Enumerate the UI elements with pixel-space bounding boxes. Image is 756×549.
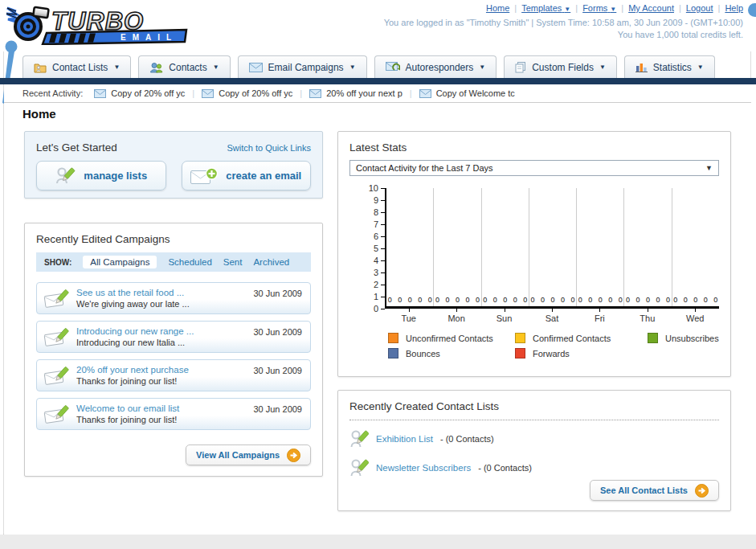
envelope-pencil-icon <box>43 404 69 425</box>
envelope-pencil-icon <box>43 365 69 387</box>
person-pencil-icon <box>55 166 76 186</box>
get-started-panel: Let's Get Started Switch to Quick Links … <box>24 131 323 199</box>
chevron-down-icon: ▼ <box>697 64 704 71</box>
tab-label: Autoresponders <box>406 62 474 73</box>
person-pencil-icon <box>349 428 369 449</box>
campaign-text: 20% off your next purchase Thanks for jo… <box>76 365 189 386</box>
tab-contacts[interactable]: Contacts ▼ <box>138 55 230 78</box>
separator: | <box>679 3 681 13</box>
contact-list-name-link[interactable]: Newsletter Subscribers <box>376 463 471 473</box>
campaign-list-item: See us at the retail food ... We're givi… <box>36 282 311 314</box>
campaign-title-link[interactable]: Introducing our new range ... <box>76 326 194 336</box>
campaign-subtitle: Thanks for joining our list! <box>76 415 179 424</box>
folder-icon <box>34 62 47 73</box>
latest-stats-panel: Latest Stats Contact Activity for the La… <box>337 131 731 377</box>
envelope-icon <box>202 89 214 98</box>
top-utility-nav: Home|Templates ▼|Forms ▼|My Account|Logo… <box>384 3 743 40</box>
main-content: Home Let's Get Started Switch to Quick L… <box>4 103 751 535</box>
legend-label: Unconfirmed Contacts <box>406 334 493 343</box>
stats-period-select[interactable]: Contact Activity for the Last 7 Days ▼ <box>349 160 719 176</box>
envelope-icon <box>249 63 263 72</box>
help-bubble-icon[interactable] <box>748 3 756 17</box>
y-tick: 7 <box>374 219 385 229</box>
y-tick: 3 <box>374 268 385 277</box>
x-tick-label: Fri <box>576 309 623 325</box>
contact-list-name-link[interactable]: Exhibition List <box>376 434 433 444</box>
y-tick: 8 <box>374 207 385 217</box>
envelope-icon <box>419 89 431 98</box>
campaign-title-link[interactable]: 20% off your next purchase <box>76 365 189 375</box>
chart-day-group: 0 0 0 0 0 <box>577 188 624 306</box>
separator: | <box>718 3 721 13</box>
create-email-button[interactable]: create an email <box>182 161 312 191</box>
chart-day-group: 0 0 0 0 0 <box>672 188 719 306</box>
contact-list-detail: - (0 Contacts) <box>478 463 532 473</box>
chart-day-group: 0 0 0 0 0 <box>529 188 577 306</box>
filter-scheduled[interactable]: Scheduled <box>168 257 211 267</box>
nav-forms-link[interactable]: Forms ▼ <box>582 3 616 13</box>
page-title: Home <box>22 107 56 121</box>
nav-home-link[interactable]: Home <box>486 3 509 13</box>
legend-swatch <box>388 348 398 358</box>
chart-value-labels: 0 0 0 0 0 <box>386 296 433 304</box>
chevron-down-icon: ▼ <box>113 64 120 71</box>
separator: | <box>300 88 302 98</box>
tab-statistics[interactable]: Statistics ▼ <box>624 55 715 78</box>
legend-swatch <box>515 333 525 343</box>
filter-archived[interactable]: Archived <box>253 257 289 267</box>
campaign-date: 30 Jun 2009 <box>253 404 302 414</box>
recent-activity-item[interactable]: Copy of 20% off yc <box>202 88 292 98</box>
switch-to-quick-links[interactable]: Switch to Quick Links <box>227 143 311 153</box>
recent-activity-item[interactable]: Copy of 20% off yc <box>94 88 185 98</box>
legend-swatch <box>648 333 658 343</box>
campaign-subtitle: Introducing our new Italia ... <box>76 338 194 347</box>
contact-list-detail: - (0 Contacts) <box>440 434 494 444</box>
recent-activity-item[interactable]: 20% off your next p <box>309 88 403 98</box>
arrow-circle-icon <box>287 449 300 462</box>
manage-lists-button[interactable]: manage lists <box>36 161 166 191</box>
legend-item: Unsubscribes <box>648 333 719 343</box>
tab-autoresponders[interactable]: Autoresponders ▼ <box>374 55 497 78</box>
tab-email-campaigns[interactable]: Email Campaigns ▼ <box>238 55 367 78</box>
campaign-date: 30 Jun 2009 <box>253 289 302 298</box>
see-all-contact-lists-label: See All Contact Lists <box>600 485 688 495</box>
top-nav-links: Home|Templates ▼|Forms ▼|My Account|Logo… <box>384 3 743 14</box>
x-tick-label: Tue <box>385 309 432 325</box>
view-all-campaigns-button[interactable]: View All Campaigns <box>186 445 311 465</box>
filter-sent[interactable]: Sent <box>223 257 243 267</box>
main-nav-tabs: Contact Lists ▼ Contacts ▼ Email Campaig… <box>0 55 756 78</box>
chevron-down-icon: ▼ <box>479 64 485 71</box>
tab-contact-lists[interactable]: Contact Lists ▼ <box>22 55 131 78</box>
recently-created-contact-lists-panel: Recently Created Contact Lists Exhibitio… <box>337 390 731 511</box>
chart-day-group: 0 0 0 0 0 <box>434 188 481 306</box>
chart-value-labels: 0 0 0 0 0 <box>672 296 719 304</box>
credits-info-text: You have 1,000 total credits left. <box>384 30 743 40</box>
filter-all-campaigns[interactable]: All Campaigns <box>83 256 157 268</box>
recent-activity-bar: Recent Activity: Copy of 20% off yc | Co… <box>4 84 751 103</box>
chevron-down-icon: ▼ <box>349 64 356 71</box>
chevron-down-icon: ▼ <box>610 6 616 13</box>
campaign-title-link[interactable]: Welcome to our email list <box>76 404 179 413</box>
chart-value-labels: 0 0 0 0 0 <box>434 296 480 304</box>
nav-logout-link[interactable]: Logout <box>686 3 713 13</box>
bar-chart-icon <box>635 62 648 72</box>
separator: | <box>410 88 412 98</box>
campaign-text: Introducing our new range ... Introducin… <box>76 326 194 347</box>
see-all-contact-lists-button[interactable]: See All Contact Lists <box>590 480 719 501</box>
separator: | <box>575 3 578 13</box>
separator: | <box>621 3 623 13</box>
tab-custom-fields[interactable]: Custom Fields ▼ <box>504 55 617 78</box>
x-tick-label: Wed <box>672 309 719 325</box>
nav-my-account-link[interactable]: My Account <box>628 3 674 13</box>
separator: | <box>192 88 194 98</box>
campaign-title-link[interactable]: See us at the retail food ... <box>76 288 190 297</box>
campaign-filter-bar: SHOW: All Campaigns Scheduled Sent Archi… <box>36 252 311 272</box>
logo-graphic: TURBO EMAIL <box>6 3 191 45</box>
nav-templates-link[interactable]: Templates ▼ <box>521 3 570 13</box>
login-info-text: You are logged in as "Timothy Smith" | S… <box>384 18 743 28</box>
navy-divider-bar <box>0 78 756 84</box>
recent-activity-item[interactable]: Copy of Welcome tc <box>419 88 515 98</box>
turbo-email-logo: TURBO EMAIL <box>6 3 191 48</box>
nav-help-link[interactable]: Help <box>725 3 743 13</box>
pages-icon <box>515 62 526 73</box>
